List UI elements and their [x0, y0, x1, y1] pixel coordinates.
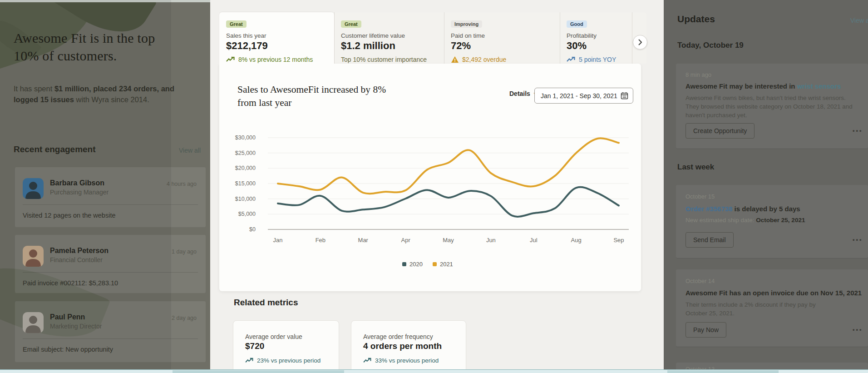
divider: [23, 272, 198, 273]
kpi-label: Profitability: [567, 32, 597, 39]
update-body: Awesome Fit owns bikes, but hasn't tried…: [686, 94, 860, 119]
engagement-card[interactable]: Paul Penn Marketing Director 2 day ago E…: [15, 301, 206, 362]
update-card-order-delayed: October 15 Order #356738 is delayed by 5…: [676, 185, 868, 259]
kpi-tab-customer-lifetime-value[interactable]: Great Customer lifetime value $1.2 milli…: [334, 12, 444, 64]
update-title-text: is delayed by 5 days: [732, 205, 800, 213]
kpi-label: Sales this year: [226, 32, 266, 39]
ship-date-value: October 25, 2021: [756, 217, 805, 224]
kpi-next-button[interactable]: [633, 35, 647, 50]
trend-up-icon: [567, 56, 576, 63]
kpi-tab-paid-on-time[interactable]: Improving Paid on time 72% $2,492 overdu…: [444, 12, 560, 64]
divider: [23, 338, 198, 339]
engagement-time: 4 hours ago: [167, 181, 197, 187]
y-axis-tick: $25,000: [210, 149, 256, 157]
status-badge: Great: [226, 20, 247, 28]
contact-role: Marketing Director: [50, 323, 102, 330]
engagement-activity: Paid invoice #002112: $5,283.10: [23, 279, 118, 287]
series-line-2021: [278, 138, 619, 194]
x-axis-tick: Jun: [477, 237, 504, 244]
x-axis-tick: Mar: [350, 237, 377, 244]
legend-label: 2021: [440, 261, 453, 268]
kpi-value: 30%: [567, 40, 587, 52]
trend-up-icon: [226, 56, 235, 63]
kpi-tab-profitability[interactable]: Good Profitability 30% 5 points YOY: [560, 12, 632, 64]
send-email-button[interactable]: Send Email: [686, 232, 734, 248]
y-axis-tick: $5,000: [210, 210, 256, 218]
update-title: Awesome Fit has an open invoice due on N…: [686, 289, 862, 297]
date-range-picker[interactable]: Jan 1, 2021 - Sep 30, 2021: [534, 88, 633, 104]
video-progress-bar: [0, 369, 868, 373]
metric-trend-text: 23% vs previous period: [257, 357, 321, 364]
y-axis-tick: $20,000: [210, 164, 256, 172]
update-date: October 14: [686, 278, 715, 284]
metric-value: $720: [245, 341, 264, 351]
calendar-icon: [621, 92, 628, 99]
kpi-value: $1.2 million: [341, 40, 395, 52]
update-card-open-invoice: October 14 Awesome Fit has an open invoi…: [676, 269, 868, 347]
updates-title: Updates: [677, 14, 715, 25]
overflow-menu-icon[interactable]: •••: [853, 326, 863, 333]
y-axis-tick: $0: [210, 225, 256, 234]
status-badge: Improving: [451, 20, 482, 28]
contact-name: Paul Penn: [50, 313, 85, 321]
overflow-menu-icon[interactable]: •••: [853, 127, 863, 134]
update-title: Order #356738 is delayed by 5 days: [686, 205, 800, 213]
engagement-card[interactable]: Barbara Gibson Purchasing Manager 4 hour…: [15, 167, 206, 227]
legend-swatch: [402, 262, 406, 266]
y-axis-tick: $15,000: [210, 179, 256, 188]
metric-card-average-order-value[interactable]: Average order value $720 23% vs previous…: [233, 320, 339, 373]
update-card-opportunity: 8 min ago Awesome Fit may be interested …: [676, 64, 868, 149]
x-axis-tick: Jan: [264, 237, 291, 244]
chart-title: Sales to AwesomeFit increased by 8% from…: [237, 83, 437, 109]
avatar: [23, 178, 44, 199]
details-label: Details: [509, 90, 530, 97]
chart-title-line2: from last year: [237, 96, 437, 109]
contact-role: Financial Contoller: [50, 256, 103, 264]
overflow-menu-icon[interactable]: •••: [853, 236, 863, 243]
x-axis-tick: Feb: [307, 237, 334, 244]
update-date: October 15: [686, 193, 715, 200]
y-axis-tick: $10,000: [210, 195, 256, 203]
avatar: [23, 246, 44, 267]
pay-now-button[interactable]: Pay Now: [686, 322, 726, 338]
related-metrics-title: Related metrics: [234, 298, 298, 308]
updates-view-all-link[interactable]: View all: [850, 17, 868, 24]
metric-label: Average order value: [245, 333, 302, 340]
update-body: Their terms include a 2% discount if the…: [686, 300, 829, 318]
chevron-right-icon: [638, 39, 642, 45]
ship-date-label: New estimated ship date:: [686, 217, 756, 224]
x-axis-tick: Aug: [562, 237, 590, 244]
metric-trend-text: 33% vs previous period: [375, 357, 439, 364]
update-title: Awesome Fit may be interested in wrist s…: [686, 82, 841, 90]
kpi-trend-text: $2,492 overdue: [462, 56, 506, 63]
engagement-view-all-link[interactable]: View all: [179, 147, 201, 154]
x-axis-tick: May: [435, 237, 462, 244]
divider: [23, 204, 198, 205]
legend-item-2021[interactable]: 2021: [433, 261, 453, 268]
summary-suffix: with Wyra since 2014.: [74, 95, 149, 104]
chart-legend: 20202021: [402, 261, 453, 268]
kpi-tab-sales-this-year[interactable]: Great Sales this year $212,179 8% vs pre…: [219, 12, 334, 64]
details-dropdown[interactable]: Details ▾: [509, 90, 536, 97]
avatar: [23, 312, 44, 333]
contact-name: Pamela Peterson: [50, 247, 108, 255]
warning-icon: [451, 56, 459, 63]
customer-summary-panel: Awesome Fit is in the top 10% of custome…: [0, 0, 210, 369]
legend-item-2020[interactable]: 2020: [402, 261, 423, 268]
kpi-label: Paid on time: [451, 32, 485, 39]
status-badge: Great: [341, 20, 361, 28]
dashboard-screen: Awesome Fit is in the top 10% of custome…: [0, 0, 868, 373]
engagement-card[interactable]: Pamela Peterson Financial Contoller 1 da…: [15, 235, 206, 293]
summary-prefix: It has spent: [14, 85, 54, 93]
progress-segment: [173, 370, 344, 373]
order-number-link[interactable]: Order #356738: [686, 205, 732, 213]
metric-card-average-order-frequency[interactable]: Average order frequency 4 orders per mon…: [351, 320, 466, 373]
updates-today-heading: Today, October 19: [677, 41, 744, 50]
trend-up-icon: [363, 358, 372, 363]
engagement-activity: Visited 12 pages on the website: [23, 212, 116, 219]
updates-last-week-heading: Last week: [677, 163, 714, 172]
create-opportunity-button[interactable]: Create Opportunity: [686, 123, 755, 139]
status-badge: Good: [567, 20, 587, 28]
panel-top-strip: [0, 0, 210, 2]
wrist-sensors-link[interactable]: wrist sensors: [797, 82, 841, 90]
